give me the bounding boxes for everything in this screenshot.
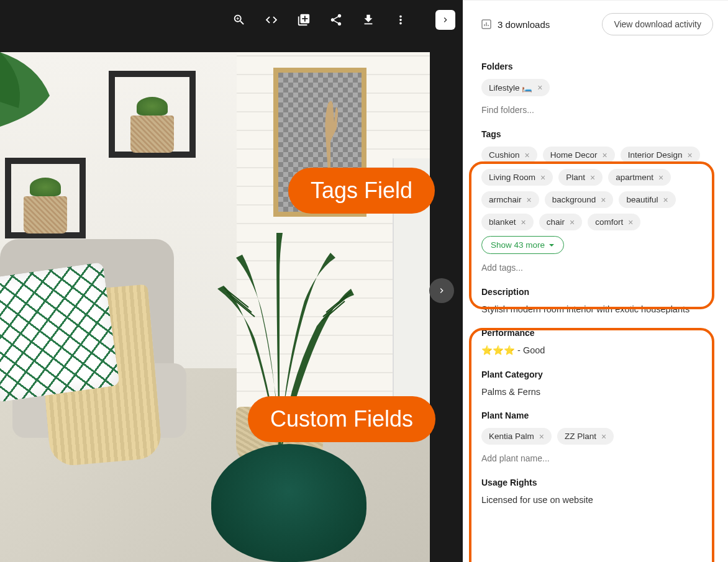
annotation-custom-fields: Custom Fields	[248, 396, 435, 442]
add-tags-input[interactable]	[481, 263, 713, 273]
remove-chip-icon[interactable]: ×	[601, 432, 606, 441]
zoom-icon[interactable]	[232, 12, 247, 27]
remove-chip-icon[interactable]: ×	[527, 196, 532, 204]
add-collection-icon[interactable]	[296, 12, 311, 27]
performance-label: Performance	[481, 328, 713, 338]
folders-section: Folders Lifestyle 🛏️×	[481, 61, 713, 116]
remove-chip-icon[interactable]: ×	[570, 218, 575, 227]
remove-chip-icon[interactable]: ×	[590, 173, 595, 182]
remove-chip-icon[interactable]: ×	[658, 173, 663, 182]
tag-chip[interactable]: Home Decor×	[543, 147, 615, 163]
download-count: 3 downloads	[481, 19, 550, 30]
plant-name-label: Plant Name	[481, 410, 713, 420]
remove-chip-icon[interactable]: ×	[601, 196, 606, 204]
show-more-tags-button[interactable]: Show 43 more	[481, 236, 564, 254]
tag-chip[interactable]: Cushion×	[481, 147, 537, 163]
tag-chip[interactable]: background×	[545, 191, 614, 208]
usage-rights-value[interactable]: Licensed for use on website	[481, 495, 713, 505]
description-label: Description	[481, 287, 713, 297]
tag-chip[interactable]: Interior Design×	[621, 147, 700, 163]
remove-chip-icon[interactable]: ×	[537, 83, 542, 92]
tag-chip[interactable]: armchair×	[481, 191, 539, 208]
usage-rights-label: Usage Rights	[481, 478, 713, 487]
plant-category-section: Plant Category Palms & Ferns	[481, 369, 713, 397]
description-value[interactable]: Stylish modern room interior with exotic…	[481, 304, 713, 314]
asset-preview-image	[0, 52, 430, 562]
collapse-panel-button[interactable]	[435, 10, 455, 30]
performance-section: Performance ⭐⭐⭐ - Good	[481, 328, 713, 356]
performance-value[interactable]: ⭐⭐⭐ - Good	[481, 345, 713, 356]
remove-chip-icon[interactable]: ×	[525, 151, 530, 160]
remove-chip-icon[interactable]: ×	[663, 196, 668, 204]
folders-label: Folders	[481, 61, 713, 71]
tag-chip[interactable]: chair×	[539, 214, 582, 230]
tag-chip[interactable]: apartment×	[608, 169, 671, 186]
plant-category-label: Plant Category	[481, 369, 713, 379]
folder-chip[interactable]: Lifestyle 🛏️×	[481, 79, 550, 96]
description-section: Description Stylish modern room interior…	[481, 287, 713, 314]
plant-name-section: Plant Name Kentia Palm×ZZ Plant×	[481, 410, 713, 464]
remove-chip-icon[interactable]: ×	[628, 218, 633, 227]
view-download-activity-button[interactable]: View download activity	[602, 13, 713, 35]
remove-chip-icon[interactable]: ×	[540, 173, 545, 182]
code-icon[interactable]	[264, 12, 279, 27]
find-folders-input[interactable]	[481, 105, 713, 115]
add-plant-name-input[interactable]	[481, 453, 713, 463]
asset-details-panel: 3 downloads View download activity Folde…	[463, 0, 728, 562]
image-toolbar	[0, 0, 463, 40]
plant-category-value[interactable]: Palms & Ferns	[481, 387, 713, 397]
more-icon[interactable]	[393, 12, 408, 27]
remove-chip-icon[interactable]: ×	[687, 151, 692, 160]
remove-chip-icon[interactable]: ×	[521, 218, 526, 227]
tag-chip[interactable]: blanket×	[481, 214, 534, 230]
tag-chip[interactable]: Plant×	[558, 169, 603, 186]
tag-chip[interactable]: Living Room×	[481, 169, 553, 186]
remove-chip-icon[interactable]: ×	[539, 432, 544, 441]
tags-section: Tags Cushion×Home Decor×Interior Design×…	[481, 129, 713, 273]
next-image-button[interactable]	[429, 278, 454, 303]
annotation-tags-field: Tags Field	[288, 168, 435, 214]
tag-chip[interactable]: comfort×	[588, 214, 640, 230]
plant-name-chip[interactable]: Kentia Palm×	[481, 428, 552, 445]
share-icon[interactable]	[329, 12, 344, 27]
tags-label: Tags	[481, 129, 713, 139]
download-icon[interactable]	[361, 12, 376, 27]
usage-rights-section: Usage Rights Licensed for use on website	[481, 478, 713, 505]
plant-name-chip[interactable]: ZZ Plant×	[557, 428, 614, 445]
remove-chip-icon[interactable]: ×	[603, 151, 607, 160]
tag-chip[interactable]: beautiful×	[619, 191, 675, 208]
